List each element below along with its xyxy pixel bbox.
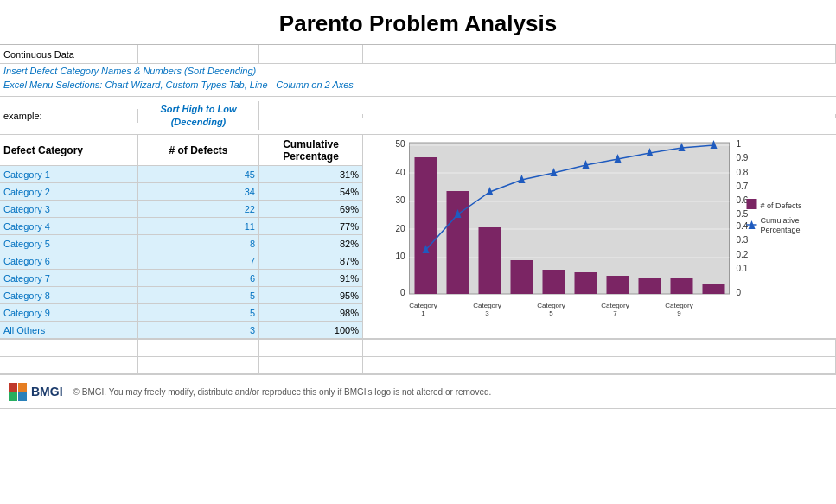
bar-7 [607,276,629,294]
svg-text:0.5: 0.5 [737,209,749,219]
footer-row: BMGI © BMGI. You may freely modify, dist… [0,374,836,409]
svg-text:0.4: 0.4 [737,221,749,231]
instruction-1: Insert Defect Category Names & Numbers (… [0,64,836,78]
svg-text:1: 1 [737,139,742,149]
sort-high-low: Sort High to Low(Decending) [161,103,237,128]
defects-cell: 6 [138,270,259,286]
column-header-row: Defect Category # of Defects Cumulative … [0,135,362,166]
category-cell: Category 8 [0,287,138,303]
pct-cell: 91% [259,270,363,286]
category-cell: Category 2 [0,183,138,200]
category-cell: Category 6 [0,252,138,269]
svg-text:0.3: 0.3 [737,235,749,245]
page-title: Parento Problem Analysis [279,10,557,36]
empty-cell [259,45,363,63]
example-label: example: [0,109,138,123]
svg-text:40: 40 [395,168,405,177]
defects-cell: 11 [138,218,259,234]
table-row: Category 6 7 87% [0,252,362,270]
svg-text:20: 20 [395,224,405,233]
bar-5 [543,270,565,294]
pct-cell: 31% [259,166,363,182]
logo-sq-orange [18,383,27,392]
defects-cell: 34 [138,183,259,200]
svg-text:7: 7 [613,309,617,317]
logo-text: BMGI [31,385,63,399]
svg-text:5: 5 [549,309,553,317]
defect-category-header: Defect Category [0,135,138,165]
chart-container: 50 40 30 20 10 0 1 0.9 [363,135,836,339]
svg-text:10: 10 [395,252,405,261]
bar-2 [447,191,469,294]
pct-cell: 69% [259,201,363,217]
pct-cell: 77% [259,218,363,234]
continuous-data-row: Continuous Data [0,45,836,64]
pct-cell: 100% [259,322,363,338]
instructions-row: Insert Defect Category Names & Numbers (… [0,64,836,97]
table-row: Category 2 34 54% [0,183,362,201]
title-row: Parento Problem Analysis [0,0,836,45]
legend-bar-label: # of Defects [761,201,803,210]
defects-cell: 5 [138,304,259,321]
pareto-chart: 50 40 30 20 10 0 1 0.9 [367,138,833,324]
bar-6 [575,272,597,294]
defects-cell: 8 [138,235,259,252]
logo-sq-blue [18,392,27,401]
empty-cell [138,45,259,63]
pct-cell: 54% [259,183,363,200]
category-cell: Category 4 [0,218,138,234]
svg-text:30: 30 [395,195,405,205]
table-row: Category 1 45 31% [0,166,362,183]
extra-row-2 [0,357,836,374]
logo-sq-red [9,383,17,392]
pct-cell: 95% [259,287,363,303]
legend-bar-icon [747,199,757,209]
svg-text:0.7: 0.7 [737,182,749,191]
svg-text:Category: Category [409,302,437,309]
sort-label-row: example: Sort High to Low(Decending) [0,97,836,135]
sort-value-cell: Sort High to Low(Decending) [138,101,259,130]
legend-line-label-2: Percentage [761,226,801,234]
svg-text:Category: Category [665,302,692,309]
svg-text:0: 0 [400,288,405,297]
empty-cell [363,114,836,118]
bar-8 [639,278,661,294]
category-cell: All Others [0,322,138,338]
bar-9 [671,278,693,294]
instruction-2: Excel Menu Selections: Chart Wizard, Cus… [0,78,836,92]
logo-box: BMGI [9,383,63,401]
svg-text:0.8: 0.8 [737,168,749,177]
bar-10 [703,284,725,294]
table-headers: Defect Category # of Defects Cumulative … [0,135,363,339]
table-row: Category 4 11 77% [0,218,362,235]
svg-text:0.9: 0.9 [737,153,749,163]
table-row: Category 8 5 95% [0,287,362,304]
table-row: Category 3 22 69% [0,201,362,218]
empty-cell [363,45,836,63]
category-cell: Category 7 [0,270,138,286]
table-row: Category 5 8 82% [0,235,362,252]
defects-cell: 7 [138,252,259,269]
svg-text:0: 0 [737,288,742,297]
category-cell: Category 5 [0,235,138,252]
defects-cell: 45 [138,166,259,182]
svg-text:3: 3 [485,309,489,317]
legend-line-label: Cumulative [761,216,800,225]
svg-text:0.1: 0.1 [737,264,749,273]
category-cell: Category 1 [0,166,138,182]
bar-3 [479,227,501,294]
logo-squares [9,383,27,401]
pct-cell: 87% [259,252,363,269]
defects-cell: 22 [138,201,259,217]
extra-row-1 [0,340,836,357]
page: Parento Problem Analysis Continuous Data… [0,0,836,504]
logo-sq-green [9,392,17,401]
num-defects-header: # of Defects [138,135,259,165]
bar-1 [415,157,437,294]
header-and-chart-row: Defect Category # of Defects Cumulative … [0,135,836,340]
svg-text:Category: Category [473,302,501,309]
pct-cell: 98% [259,304,363,321]
svg-text:Category: Category [537,302,565,309]
table-row: All Others 3 100% [0,322,362,339]
copyright-text: © BMGI. You may freely modify, distribut… [73,387,492,397]
